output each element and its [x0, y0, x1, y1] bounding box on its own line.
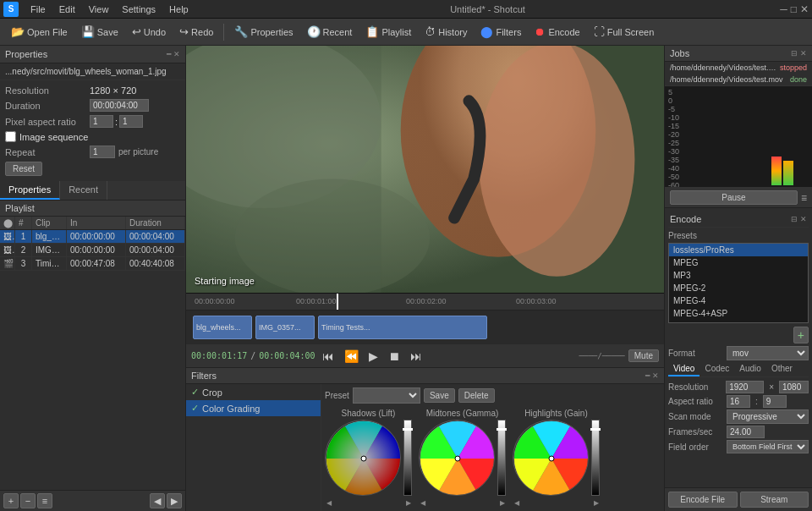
encode-controls: ⊟ ✕ [791, 215, 807, 223]
play-button[interactable]: ▶ [365, 348, 381, 365]
preset-mpeg2[interactable]: MPEG-2 [669, 282, 808, 294]
encode-tab-audio[interactable]: Audio [734, 362, 766, 376]
pause-stop-button[interactable]: ⏹ [385, 348, 403, 365]
duration-label: Duration [5, 101, 90, 111]
preset-mpeg4[interactable]: MPEG-4 [669, 294, 808, 307]
menu-edit[interactable]: Edit [52, 3, 82, 16]
row1-icon: 🖼 [0, 230, 15, 243]
pause-button[interactable]: Pause [670, 190, 798, 205]
playhead[interactable] [337, 294, 338, 310]
skip-start-button[interactable]: ⏮ [319, 348, 337, 365]
preset-ogg[interactable]: Ogg Vorbis [669, 320, 808, 323]
menu-view[interactable]: View [82, 3, 116, 16]
filter-crop[interactable]: ✓ Crop [186, 384, 321, 400]
encode-button[interactable]: ⏺ Encode [529, 23, 585, 41]
skip-end-button[interactable]: ⏭ [407, 348, 425, 365]
playlist-add-button[interactable]: + [3, 493, 19, 508]
playlist-scroll-left[interactable]: ◀ [150, 493, 165, 508]
pixel-aspect-sep: : [115, 117, 118, 127]
open-file-button[interactable]: 📂 Open File [5, 23, 74, 41]
svg-point-15 [549, 456, 554, 461]
close-button[interactable]: ✕ [800, 3, 809, 15]
playlist-button[interactable]: 📋 Playlist [359, 23, 417, 41]
menu-file[interactable]: File [24, 3, 52, 16]
format-select[interactable]: mov [727, 346, 809, 360]
playlist-scroll-right[interactable]: ▶ [167, 493, 182, 508]
save-preset-button[interactable]: Save [424, 388, 455, 403]
duration-input[interactable] [90, 99, 149, 112]
encode-tab-video[interactable]: Video [668, 362, 700, 376]
timeline-clip-1[interactable]: blg_wheels... [193, 316, 252, 339]
encode-tab-other[interactable]: Other [766, 362, 798, 376]
stream-button[interactable]: Stream [740, 492, 809, 508]
timeline-area[interactable]: 00:00:00:00 00:00:01:00 00:00:02:00 00:0… [186, 293, 664, 343]
undo-button[interactable]: ↩ Undo [126, 23, 172, 41]
audio-label-25: -25 [668, 139, 679, 147]
encode-file-button[interactable]: Encode File [668, 492, 738, 508]
mute-button[interactable]: Mute [628, 349, 659, 362]
preset-select[interactable] [353, 387, 420, 404]
image-sequence-checkbox[interactable] [5, 131, 16, 142]
save-button[interactable]: 💾 Save [75, 23, 124, 41]
playlist-menu-button[interactable]: ≡ [37, 493, 52, 508]
repeat-input[interactable] [90, 146, 115, 158]
tab-recent[interactable]: Recent [60, 181, 107, 200]
shadows-slider[interactable] [403, 420, 412, 496]
enc-resolution-h[interactable] [779, 381, 809, 393]
properties-button[interactable]: 🔧 Properties [228, 23, 299, 41]
pixel-aspect-w-input[interactable] [90, 115, 113, 128]
redo-icon: ↪ [179, 25, 189, 38]
filters-button[interactable]: ⬤ Filters [475, 23, 527, 41]
playlist-row[interactable]: 🖼 2 IMG_0357.JPG 00:00:00:00 00:00:04:00 [0, 244, 185, 257]
history-button[interactable]: ⏱ History [419, 23, 473, 41]
timeline-clip-3[interactable]: Timing Tests... [318, 316, 487, 339]
reset-button[interactable]: Reset [5, 162, 42, 176]
scan-select[interactable]: Progressive [727, 409, 809, 424]
delete-preset-button[interactable]: Delete [458, 388, 495, 403]
playlist-remove-button[interactable]: − [20, 493, 36, 508]
aspect-h-input[interactable] [763, 395, 787, 408]
job-item-2[interactable]: /home/ddennedy/Videos/test.mov done [665, 74, 812, 85]
midtones-slider-handle [497, 428, 507, 431]
pixel-aspect-h-input[interactable] [119, 115, 143, 128]
highlights-wheel[interactable] [513, 420, 589, 496]
preset-mpeg[interactable]: MPEG [669, 256, 808, 269]
minimize-button[interactable]: ─ [780, 3, 787, 15]
encode-tab-codec[interactable]: Codec [700, 362, 734, 376]
jobs-title: Jobs [670, 48, 689, 58]
recent-label: Recent [323, 27, 353, 37]
job2-status: done [790, 75, 807, 84]
undo-icon: ↩ [132, 25, 141, 38]
pause-menu-icon[interactable]: ≡ [801, 192, 807, 204]
tab-properties[interactable]: Properties [0, 181, 60, 200]
job-item-1[interactable]: /home/ddennedy/Videos/test.mov stopped [665, 62, 812, 74]
fullscreen-button[interactable]: ⛶ Full Screen [588, 23, 661, 41]
midtones-wheel[interactable] [419, 420, 495, 496]
timeline-track: blg_wheels... IMG_0357... Timing Tests..… [186, 310, 664, 344]
properties-icon: 🔧 [234, 25, 248, 38]
highlights-slider[interactable] [591, 420, 600, 496]
preset-mp3[interactable]: MP3 [669, 269, 808, 282]
playlist-label: Playlist [381, 27, 411, 37]
timeline-clip-2[interactable]: IMG_0357... [255, 316, 315, 339]
recent-button[interactable]: 🕐 Recent [301, 23, 359, 41]
per-picture-label: per picture [118, 147, 158, 157]
shadows-wheel[interactable] [325, 420, 401, 496]
field-select[interactable]: Bottom Field First [727, 440, 809, 453]
preset-lossless[interactable]: lossless/ProRes [669, 244, 808, 256]
filter-color-grading[interactable]: ✓ Color Grading [186, 400, 321, 416]
menu-help[interactable]: Help [162, 3, 195, 16]
preset-mpeg4asp[interactable]: MPEG-4+ASP [669, 307, 808, 320]
playlist-row[interactable]: 🎬 3 Timing Tests... 00:00:47:08 00:40:40… [0, 257, 185, 271]
playlist-row[interactable]: 🖼 1 blg_wheels_... 00:00:00:00 00:00:04:… [0, 230, 185, 244]
filter-crop-check: ✓ [191, 387, 199, 398]
enc-resolution-w[interactable] [726, 381, 764, 393]
maximize-button[interactable]: □ [791, 3, 797, 15]
fps-input[interactable] [727, 426, 765, 438]
add-preset-button[interactable]: + [793, 327, 809, 343]
midtones-slider[interactable] [497, 420, 506, 496]
play-prev-button[interactable]: ⏪ [341, 348, 362, 365]
redo-button[interactable]: ↪ Redo [173, 23, 219, 41]
aspect-w-input[interactable] [727, 395, 750, 408]
menu-settings[interactable]: Settings [115, 3, 162, 16]
